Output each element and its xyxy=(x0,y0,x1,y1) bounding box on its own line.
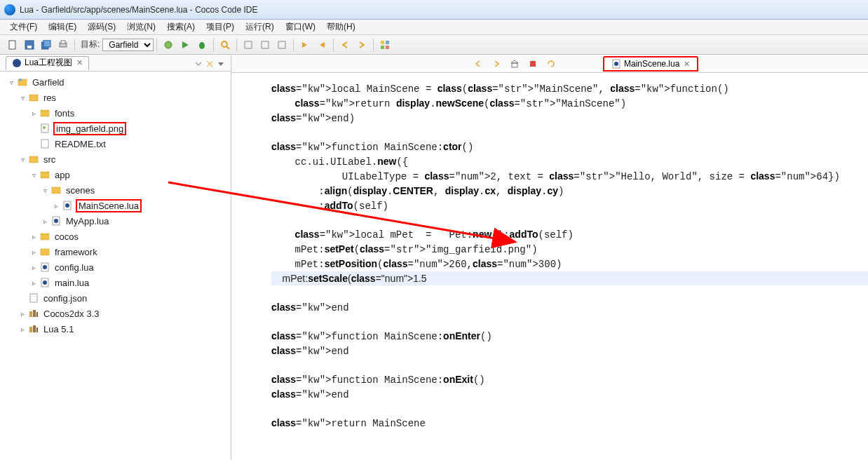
tool-icon[interactable] xyxy=(241,38,255,52)
lua-file-icon xyxy=(50,215,62,226)
tree-label: res xyxy=(42,93,57,103)
target-combo[interactable]: Garfield xyxy=(102,39,154,51)
search-icon[interactable] xyxy=(218,38,232,52)
expand-icon[interactable]: ▹ xyxy=(18,310,27,318)
tree-label: config.lua xyxy=(53,262,95,273)
project-tree[interactable]: ▿ Garfield ▿ res ▹ fonts img_garfield.pn… xyxy=(0,72,231,460)
svg-rect-29 xyxy=(41,140,48,148)
expand-icon[interactable]: ▿ xyxy=(7,79,15,86)
code-content[interactable]: class="kw">local MainScene = class(class… xyxy=(263,81,868,431)
editor-pane: MainScene.lua ✕ class="kw">local MainSce… xyxy=(231,55,868,460)
tree-lib-cocos2dx[interactable]: ▹ Cocos2dx 3.3 xyxy=(7,306,228,321)
debug-icon[interactable] xyxy=(161,38,175,52)
menu-source[interactable]: 源码(S) xyxy=(82,20,121,34)
next-icon[interactable] xyxy=(298,38,312,52)
menu-run[interactable]: 运行(R) xyxy=(240,20,280,34)
folder-icon xyxy=(39,107,50,119)
window-title: Lua - Garfield/src/app/scenes/MainScene.… xyxy=(20,5,864,15)
expand-icon[interactable]: ▹ xyxy=(18,325,27,333)
collapse-icon[interactable] xyxy=(194,58,204,68)
svg-rect-32 xyxy=(52,187,60,194)
tree-file-configjson[interactable]: config.json xyxy=(7,290,228,306)
tree-folder-src[interactable]: ▿ src xyxy=(7,151,228,167)
expand-icon[interactable]: ▿ xyxy=(41,187,49,194)
svg-rect-0 xyxy=(9,41,15,49)
svg-rect-46 xyxy=(36,312,38,317)
tool-icon[interactable] xyxy=(258,38,272,52)
tree-label: framework xyxy=(53,247,99,257)
tree-folder-fonts[interactable]: ▹ fonts xyxy=(7,105,228,121)
run-icon[interactable] xyxy=(178,38,192,52)
link-icon[interactable] xyxy=(205,58,215,68)
svg-rect-38 xyxy=(41,249,49,255)
menu-project[interactable]: 项目(P) xyxy=(201,20,240,34)
close-icon[interactable]: ✕ xyxy=(76,58,83,67)
close-icon[interactable]: ✕ xyxy=(684,60,690,69)
expand-icon[interactable]: ▹ xyxy=(29,233,38,241)
svg-rect-26 xyxy=(41,110,49,116)
tree-folder-app[interactable]: ▿ app xyxy=(7,167,228,182)
tree-file-myapp[interactable]: ▹ MyApp.lua xyxy=(7,213,228,229)
tool-icon[interactable] xyxy=(275,38,289,52)
expand-icon[interactable]: ▹ xyxy=(41,217,49,225)
tree-file-img[interactable]: img_garfield.png xyxy=(7,121,228,136)
tree-project-root[interactable]: ▿ Garfield xyxy=(7,74,228,90)
tree-folder-cocos[interactable]: ▹ cocos xyxy=(7,229,228,244)
menu-help[interactable]: 帮助(H) xyxy=(321,20,361,34)
home-icon[interactable] xyxy=(508,57,522,71)
nav-back-icon[interactable] xyxy=(471,57,485,71)
editor-header: MainScene.lua ✕ xyxy=(231,55,868,73)
editor-tab-mainscene[interactable]: MainScene.lua ✕ xyxy=(603,56,698,72)
tree-folder-framework[interactable]: ▹ framework xyxy=(7,244,228,259)
svg-rect-47 xyxy=(29,327,32,332)
tree-label: config.json xyxy=(42,293,88,304)
stop-icon[interactable] xyxy=(526,57,540,71)
back-icon[interactable] xyxy=(338,38,352,52)
expand-icon[interactable]: ▹ xyxy=(29,264,38,271)
menu-window[interactable]: 窗口(W) xyxy=(280,20,321,34)
menu-file[interactable]: 文件(F) xyxy=(4,20,43,34)
menu-search[interactable]: 搜索(A) xyxy=(161,20,201,34)
perspective-icon[interactable] xyxy=(378,38,392,52)
tree-lib-lua51[interactable]: ▹ Lua 5.1 xyxy=(7,321,228,337)
tree-folder-scenes[interactable]: ▿ scenes xyxy=(7,182,228,198)
menu-bar: 文件(F) 编辑(E) 源码(S) 浏览(N) 搜索(A) 项目(P) 运行(R… xyxy=(0,20,868,35)
menu-navigate[interactable]: 浏览(N) xyxy=(121,20,161,34)
nav-forward-icon[interactable] xyxy=(489,57,503,71)
expand-icon[interactable]: ▹ xyxy=(29,279,38,287)
toolbar-separator xyxy=(74,39,75,51)
save-all-icon[interactable] xyxy=(39,38,53,52)
save-icon[interactable] xyxy=(22,38,36,52)
tree-file-readme[interactable]: README.txt xyxy=(7,136,228,151)
tree-label: scenes xyxy=(65,185,96,196)
tree-file-configlua[interactable]: ▹ config.lua xyxy=(7,259,228,275)
svg-rect-30 xyxy=(29,156,38,163)
new-icon[interactable] xyxy=(6,38,20,52)
svg-rect-37 xyxy=(41,234,49,240)
toolbar-separator xyxy=(213,39,214,51)
project-view-tab[interactable]: Lua工程视图 ✕ xyxy=(6,56,89,70)
expand-icon[interactable]: ▹ xyxy=(52,202,60,210)
refresh-icon[interactable] xyxy=(544,57,558,71)
tree-label: Lua 5.1 xyxy=(42,324,75,334)
tree-file-mainscene[interactable]: ▹ MainScene.lua xyxy=(7,198,228,213)
expand-icon[interactable]: ▹ xyxy=(29,248,38,256)
title-bar: Lua - Garfield/src/app/scenes/MainScene.… xyxy=(0,0,868,20)
project-explorer-pane: Lua工程视图 ✕ ▿ Garfield ▿ res ▹ xyxy=(0,55,231,460)
menu-icon[interactable] xyxy=(217,58,226,68)
print-icon[interactable] xyxy=(56,38,70,52)
prev-icon[interactable] xyxy=(315,38,329,52)
expand-icon[interactable]: ▿ xyxy=(18,94,27,102)
toolbar-separator xyxy=(236,39,237,51)
expand-icon[interactable]: ▹ xyxy=(29,109,38,117)
toolbar-separator xyxy=(156,39,157,51)
svg-rect-50 xyxy=(512,63,517,67)
tree-folder-res[interactable]: ▿ res xyxy=(7,90,228,105)
expand-icon[interactable]: ▿ xyxy=(18,156,27,163)
bug-icon[interactable] xyxy=(195,38,209,52)
code-editor[interactable]: class="kw">local MainScene = class(class… xyxy=(231,73,868,460)
menu-edit[interactable]: 编辑(E) xyxy=(43,20,82,34)
tree-file-mainlua[interactable]: ▹ main.lua xyxy=(7,275,228,290)
forward-icon[interactable] xyxy=(355,38,369,52)
expand-icon[interactable]: ▿ xyxy=(29,171,38,179)
